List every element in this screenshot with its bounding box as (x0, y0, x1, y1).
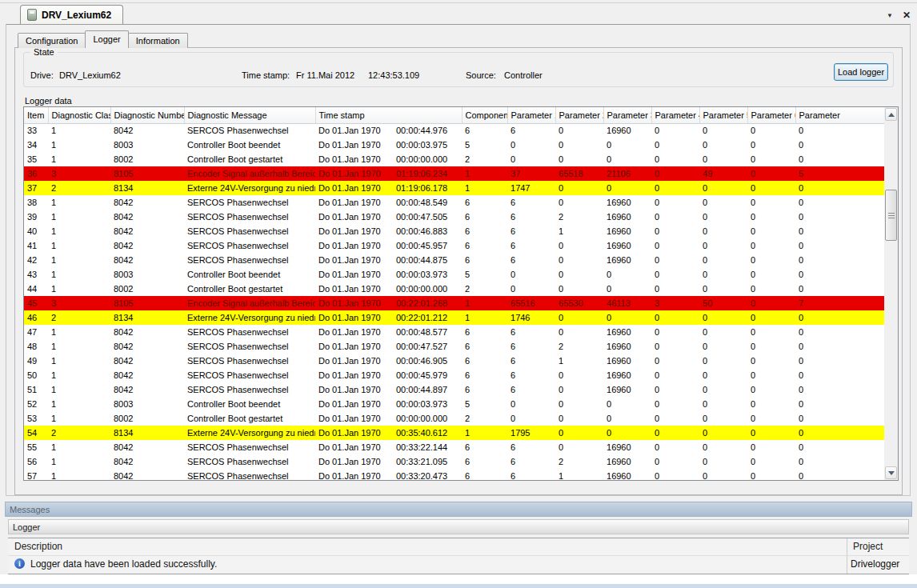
col-header-item[interactable]: Item (24, 107, 48, 123)
cell: 0 (747, 339, 795, 354)
cell: SERCOS Phasenwechsel (184, 224, 315, 238)
cell: 0 (699, 138, 747, 152)
tab-strip: Configuration Logger Information (18, 30, 187, 48)
cell: 16960 (603, 224, 651, 238)
table-row[interactable]: 3818042SERCOS PhasenwechselDo 01.Jan 197… (24, 195, 885, 210)
cell: 0 (795, 282, 884, 296)
table-row[interactable]: 4318003Controller Boot beendetDo 01.Jan … (24, 267, 885, 282)
cell: 33 (24, 123, 48, 138)
col-header-parameter-6[interactable]: Parameter 6 (747, 107, 795, 123)
cell: 0 (651, 411, 699, 426)
cell: 0 (699, 382, 747, 397)
col-header-time-stamp[interactable]: Time stamp (315, 107, 462, 123)
table-row[interactable]: 4118042SERCOS PhasenwechselDo 01.Jan 197… (24, 238, 885, 253)
table-row[interactable]: 5618042SERCOS PhasenwechselDo 01.Jan 197… (24, 454, 885, 469)
scroll-up-button[interactable] (885, 108, 897, 121)
cell: 1 (48, 397, 110, 411)
chevron-down-icon[interactable]: ▼ (887, 12, 893, 19)
close-icon[interactable]: ✕ (903, 10, 911, 21)
cell: 0 (651, 310, 699, 325)
table-row[interactable]: 4418002Controller Boot gestartetDo 01.Ja… (24, 282, 885, 296)
table-row[interactable]: 3638105Encoder Signal außerhalb BereichD… (24, 166, 885, 181)
cell: 01:19:06.178 (393, 181, 462, 195)
cell: 8002 (110, 411, 184, 426)
cell: 0 (651, 440, 699, 454)
cell: 6 (507, 339, 555, 354)
cell: 0 (651, 152, 699, 166)
table-row[interactable]: 4918042SERCOS PhasenwechselDo 01.Jan 197… (24, 354, 885, 368)
messages-panel-header[interactable]: Messages (5, 502, 912, 517)
scrollbar-thumb[interactable] (885, 190, 897, 241)
cell: 6 (462, 123, 507, 138)
table-row[interactable]: 5218003Controller Boot beendetDo 01.Jan … (24, 397, 885, 411)
col-header-parameter-7[interactable]: Parameter (795, 107, 884, 123)
cell: 46113 (603, 296, 651, 310)
table-row[interactable]: 5318002Controller Boot gestartetDo 01.Ja… (24, 411, 885, 426)
table-row[interactable]: 5718042SERCOS PhasenwechselDo 01.Jan 197… (24, 469, 885, 481)
table-row[interactable]: 5518042SERCOS PhasenwechselDo 01.Jan 197… (24, 440, 885, 454)
table-row[interactable]: 4818042SERCOS PhasenwechselDo 01.Jan 197… (24, 339, 885, 354)
table-row[interactable]: 4718042SERCOS PhasenwechselDo 01.Jan 197… (24, 325, 885, 339)
cell: 16960 (603, 123, 651, 138)
cell: Controller Boot gestartet (184, 282, 315, 296)
table-row[interactable]: 5118042SERCOS PhasenwechselDo 01.Jan 197… (24, 382, 885, 397)
table-row[interactable]: 3518002Controller Boot gestartetDo 01.Ja… (24, 152, 885, 166)
col-header-parameter-3[interactable]: Parameter 3 (603, 107, 651, 123)
project-column-header[interactable]: Project (853, 538, 883, 555)
source-label: Source: (466, 70, 496, 80)
document-tab-drv-lexium62[interactable]: DRV_Lexium62 (20, 5, 123, 24)
table-row[interactable]: 4538105Encoder Signal außerhalb BereichD… (24, 296, 885, 310)
vertical-scrollbar[interactable] (884, 107, 898, 480)
table-row[interactable]: 4218042SERCOS PhasenwechselDo 01.Jan 197… (24, 253, 885, 267)
cell: 8042 (110, 440, 184, 454)
cell: 0 (651, 325, 699, 339)
col-header-parameter-4[interactable]: Parameter 4 (651, 107, 699, 123)
table-row[interactable]: 3418003Controller Boot beendetDo 01.Jan … (24, 138, 885, 152)
load-logger-button[interactable]: Load logger (834, 63, 888, 81)
logger-table-body: 3318042SERCOS PhasenwechselDo 01.Jan 197… (24, 123, 885, 481)
document-tab-controls: ▼ ✕ (887, 10, 911, 21)
col-header-diagnostic-number[interactable]: Diagnostic Number (110, 107, 184, 123)
cell: 0 (603, 181, 651, 195)
cell: 6 (462, 325, 507, 339)
cell: 0 (603, 426, 651, 440)
cell: 0 (795, 426, 884, 440)
cell: 0 (795, 238, 884, 253)
cell: 0 (699, 238, 747, 253)
col-header-diagnostic-class[interactable]: Diagnostic Class (48, 107, 110, 123)
cell: 16960 (603, 354, 651, 368)
cell: 0 (603, 267, 651, 282)
cell: 0 (651, 267, 699, 282)
cell: SERCOS Phasenwechsel (184, 454, 315, 469)
cell: 7 (795, 296, 884, 310)
col-header-parameter-2[interactable]: Parameter 2 (555, 107, 603, 123)
col-header-parameter-5[interactable]: Parameter 5 (699, 107, 747, 123)
message-list-item[interactable]: i Logger data have been loaded successfu… (8, 556, 909, 573)
cell: 1 (462, 181, 507, 195)
cell: 0 (747, 469, 795, 481)
table-row[interactable]: 5018042SERCOS PhasenwechselDo 01.Jan 197… (24, 368, 885, 382)
tab-configuration[interactable]: Configuration (18, 33, 86, 48)
logger-messages-category-bar[interactable]: Logger (8, 519, 909, 534)
cell: 1747 (507, 181, 555, 195)
table-row[interactable]: 3318042SERCOS PhasenwechselDo 01.Jan 197… (24, 123, 885, 138)
drive-value: DRV_Lexium62 (59, 70, 121, 80)
table-row[interactable]: 4628134Externe 24V-Versorgung zu niedrig… (24, 310, 885, 325)
table-row[interactable]: 4018042SERCOS PhasenwechselDo 01.Jan 197… (24, 224, 885, 238)
description-column-header[interactable]: Description (14, 538, 62, 555)
table-row[interactable]: 3918042SERCOS PhasenwechselDo 01.Jan 197… (24, 210, 885, 224)
cell: 2 (462, 411, 507, 426)
scroll-down-button[interactable] (885, 466, 897, 479)
cell: 0 (699, 354, 747, 368)
col-header-diagnostic-message[interactable]: Diagnostic Message (184, 107, 315, 123)
cell: 0 (651, 224, 699, 238)
col-header-component[interactable]: Component (462, 107, 507, 123)
table-row[interactable]: 3728134Externe 24V-Versorgung zu niedrig… (24, 181, 885, 195)
tab-logger[interactable]: Logger (85, 30, 128, 48)
cell: SERCOS Phasenwechsel (184, 238, 315, 253)
cell: 0 (795, 253, 884, 267)
tab-information[interactable]: Information (128, 33, 188, 48)
table-row[interactable]: 5428134Externe 24V-Versorgung zu niedrig… (24, 426, 885, 440)
message-project-value: Drivelogger (851, 556, 899, 573)
col-header-parameter-1[interactable]: Parameter 1 (507, 107, 555, 123)
